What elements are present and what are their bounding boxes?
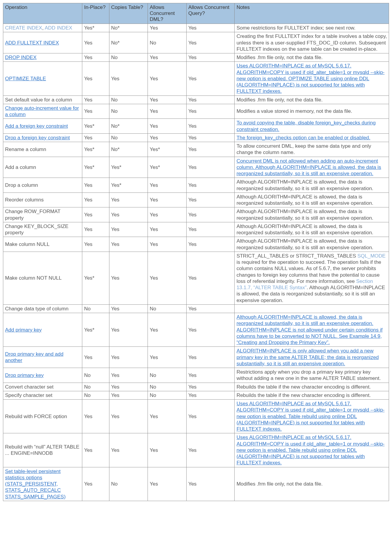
notes-cell: To allow concurrent DML, keep the same d… [235,142,389,157]
value-cell: Yes [186,391,235,399]
link[interactable]: Drop a foreign key constraint [5,135,70,141]
col-header-5: Notes [235,3,389,24]
value-cell: Yes [186,32,235,53]
table-row: Add primary keyYes*YesYesYesAlthough ALG… [3,313,389,347]
table-row: Make column NOT NULLYes*YesYesYesSTRICT_… [3,252,389,304]
link[interactable]: To avoid copying the table, disable fore… [236,120,376,132]
link[interactable]: Although ALGORITHM=INPLACE is allowed, t… [236,314,382,345]
value-cell: Yes [109,368,148,383]
table-row: Set table-level persistent statistics op… [3,467,389,501]
link[interactable]: ALGORITHM=INPLACE is only allowed when y… [236,348,379,366]
notes-cell [235,304,389,313]
notes-cell: Rebuilds the table if the new character … [235,383,389,391]
table-row: DROP INDEXYesNoYesYesModifies .frm file … [3,53,389,62]
link[interactable]: The foreign_key_checks option can be ena… [236,135,370,141]
operation-cell: Specify character set [3,391,82,399]
value-cell: Yes [82,237,109,252]
text: Change data type of column [5,306,69,312]
value-cell: No [109,53,148,62]
text: Set default value for a column [5,97,72,103]
value-cell: Yes [186,400,235,433]
link[interactable]: Drop primary key and add another [5,351,63,363]
link[interactable]: Add primary key [5,327,42,333]
value-cell: Yes [82,53,109,62]
value-cell: Yes* [82,142,109,157]
link[interactable]: ADD INDEX [45,25,72,31]
link[interactable]: Uses ALGORITHM=INPLACE as of MySQL 5.6.1… [236,63,385,94]
link[interactable]: OPTIMIZE TABLE [5,76,46,81]
operation-cell: Rebuild with “null” ALTER TABLE ... ENGI… [3,433,82,467]
operation-cell: Convert character set [3,383,82,391]
value-cell: No [82,304,109,313]
operation-cell: Drop primary key and add another [3,347,82,368]
value-cell: Yes [109,433,148,467]
text: Change KEY_BLOCK_SIZE property [5,224,69,235]
notes-cell: ALGORITHM=INPLACE is only allowed when y… [235,347,389,368]
value-cell: Yes [82,222,109,237]
value-cell: No [82,383,109,391]
operation-cell: CREATE INDEX, ADD INDEX [3,24,82,32]
value-cell: Yes* [148,142,186,157]
link[interactable]: Change auto-increment value for a column [5,105,79,117]
value-cell: No [148,383,186,391]
link[interactable]: Drop primary key [5,372,44,378]
value-cell: No [109,133,148,142]
link[interactable]: DROP INDEX [5,55,37,60]
link[interactable]: Set table-level persistent statistics op… [5,469,66,500]
value-cell: Yes [186,95,235,104]
link[interactable]: Add a foreign key constraint [5,123,68,129]
text: Although ALGORITHM=INPLACE is allowed, t… [236,238,373,250]
value-cell: Yes [186,119,235,134]
text: Convert character set [5,384,54,390]
link[interactable]: Uses ALGORITHM=INPLACE as of MySQL 5.6.1… [236,401,385,432]
text: Specify character set [5,392,52,398]
text: Add a column [5,164,36,170]
operation-cell: Make column NOT NULL [3,252,82,304]
notes-cell: Although ALGORITHM=INPLACE is allowed, t… [235,313,389,347]
notes-cell: Modifies .frm file only, not the data fi… [235,53,389,62]
table-row: Add a foreign key constraintYes*No*YesYe… [3,119,389,134]
value-cell: Yes [82,192,109,207]
value-cell: Yes [148,467,186,501]
text: Some restrictions for FULLTEXT index; se… [236,25,355,31]
col-header-1: In-Place? [82,3,109,24]
text: To allow concurrent DML, keep the same d… [236,143,371,155]
value-cell: Yes [148,133,186,142]
notes-cell: Some restrictions for FULLTEXT index; se… [235,24,389,32]
value-cell: No [148,32,186,53]
operation-cell: Add a column [3,157,82,178]
value-cell: Yes [82,104,109,119]
link[interactable]: CREATE INDEX [5,25,42,31]
value-cell: Yes* [82,313,109,347]
value-cell: Yes* [82,119,109,134]
text: Make column NOT NULL [5,275,62,281]
link[interactable]: Concurrent DML is not allowed when addin… [236,158,381,177]
value-cell: Yes [109,192,148,207]
value-cell: Yes [148,24,186,32]
value-cell: Yes* [82,24,109,32]
notes-cell: The foreign_key_checks option can be ena… [235,133,389,142]
table-row: Rebuild with “null” ALTER TABLE ... ENGI… [3,433,389,467]
operation-cell: Change ROW_FORMAT property [3,207,82,222]
value-cell: Yes [186,142,235,157]
link[interactable]: ADD FULLTEXT INDEX [5,40,59,46]
table-row: ADD FULLTEXT INDEXYesNo*NoYesCreating th… [3,32,389,53]
notes-cell: Modifies .frm file only, not the data fi… [235,467,389,501]
notes-cell: Concurrent DML is not allowed when addin… [235,157,389,178]
value-cell: Yes [82,207,109,222]
text: Rebuilds the table if the new character … [236,384,371,390]
operation-cell: Add a foreign key constraint [3,119,82,134]
table-row: Reorder columnsYesYesYesYesAlthough ALGO… [3,192,389,207]
value-cell: Yes [148,433,186,467]
operation-cell: Drop primary key [3,368,82,383]
notes-cell: Although ALGORITHM=INPLACE is allowed, t… [235,207,389,222]
link[interactable]: SQL_MODE [357,253,385,259]
value-cell: Yes [82,178,109,193]
link[interactable]: Uses ALGORITHM=INPLACE as of MySQL 5.6.1… [236,435,385,466]
notes-cell: Rebuilds the table if the new character … [235,391,389,399]
value-cell: Yes [186,207,235,222]
value-cell: Yes [186,104,235,119]
notes-cell: Although ALGORITHM=INPLACE is allowed, t… [235,192,389,207]
table-row: Drop a columnYesYes*YesYesAlthough ALGOR… [3,178,389,193]
text: Rebuild with “null” ALTER TABLE ... ENGI… [5,444,79,456]
